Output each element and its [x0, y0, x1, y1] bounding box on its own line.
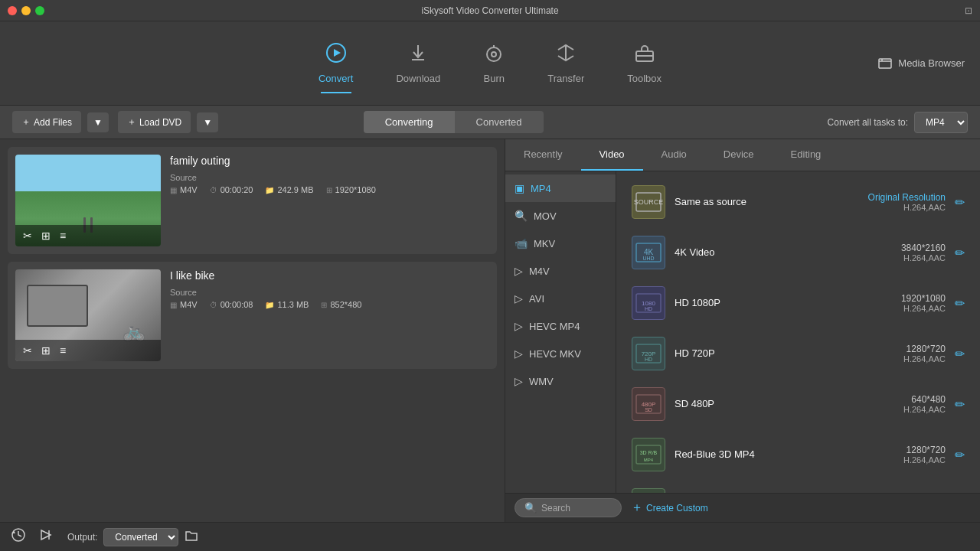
- load-dvd-button[interactable]: ＋ Load DVD: [118, 111, 191, 133]
- format-options: SOURCE Same as source Original Resolutio…: [616, 171, 980, 493]
- 480p-right: 640*480 H.264,AAC: [903, 394, 946, 414]
- format-mov[interactable]: 🔍 MOV: [505, 202, 616, 230]
- 4k-option-icon: 4K UHD: [632, 236, 665, 269]
- plus-create-icon: ＋: [631, 500, 643, 516]
- crop-button-2[interactable]: ⊞: [40, 343, 52, 358]
- add-files-button[interactable]: ＋ Add Files: [12, 111, 81, 133]
- search-input[interactable]: [541, 503, 618, 514]
- add-files-label: Add Files: [34, 117, 72, 128]
- 720p-option-icon: 720P HD: [632, 337, 665, 370]
- tab-converting[interactable]: Converting: [364, 111, 455, 133]
- format-hevc-mkv[interactable]: ▷ HEVC MKV: [505, 340, 616, 367]
- maximize-button[interactable]: [35, 6, 44, 15]
- tab-audio[interactable]: Audio: [643, 139, 705, 171]
- nav-item-burn[interactable]: Burn: [462, 34, 526, 92]
- create-custom-button[interactable]: ＋ Create Custom: [631, 500, 708, 516]
- media-browser-button[interactable]: Media Browser: [878, 57, 965, 70]
- effects-button[interactable]: ≡: [58, 228, 67, 243]
- option-480p[interactable]: 480P SD SD 480P 640*480 H.264,AAC ✏: [622, 380, 974, 429]
- option-lr-3d[interactable]: 3D L/R MP4 Left-Right 3D MP4 980*551 H.…: [622, 481, 974, 493]
- format-mkv[interactable]: 📹 MKV: [505, 230, 616, 257]
- tab-video[interactable]: Video: [581, 139, 643, 171]
- same-source-right: Original Resolution H.264,AAC: [868, 192, 946, 212]
- history-button[interactable]: [9, 526, 28, 548]
- add-files-dropdown[interactable]: ▼: [87, 112, 109, 132]
- 720p-codec: H.264,AAC: [903, 354, 946, 364]
- rb3d-option-icon: 3D R/B MP4: [632, 438, 665, 471]
- nav-item-download[interactable]: Download: [374, 34, 462, 92]
- edit-icon-4k[interactable]: ✏: [955, 246, 965, 260]
- format-mp4[interactable]: ▣ MP4: [505, 174, 616, 202]
- toolbox-label: Toolbox: [627, 73, 662, 84]
- mp4-label: MP4: [531, 183, 551, 194]
- wmv-label: WMV: [529, 376, 554, 387]
- crop-button[interactable]: ⊞: [40, 228, 52, 243]
- option-4k[interactable]: 4K UHD 4K Video 3840*2160 H.264,AAC ✏: [622, 228, 974, 277]
- output-select[interactable]: Converted Custom: [103, 528, 178, 546]
- format-hevc-mp4[interactable]: ▷ HEVC MP4: [505, 312, 616, 340]
- option-720p[interactable]: 720P HD HD 720P 980*551 H.264,AAC ✏: [622, 329, 974, 378]
- 1080p-option-icon: 1080 HD: [632, 286, 665, 320]
- edit-icon[interactable]: ✏: [955, 195, 965, 210]
- 480p-name: SD 480P: [675, 398, 894, 409]
- format-wmv[interactable]: ▷ WMV: [505, 367, 616, 395]
- effects-button-2[interactable]: ≡: [58, 343, 67, 358]
- svg-text:3D R/B: 3D R/B: [640, 450, 658, 455]
- m4v-label: M4V: [529, 266, 550, 277]
- svg-text:MP4: MP4: [644, 458, 654, 462]
- file-res: 1920*1080: [335, 185, 376, 194]
- 4k-name: 4K Video: [675, 246, 892, 258]
- format-panel-bottom: 🔍 ＋ Create Custom: [505, 493, 980, 522]
- nav-item-transfer[interactable]: Transfer: [526, 34, 606, 92]
- option-same-as-source[interactable]: SOURCE Same as source Original Resolutio…: [622, 178, 974, 227]
- tab-recently[interactable]: Recently: [505, 139, 581, 171]
- convert-all-section: Convert all tasks to: MP4 MOV MKV AVI: [828, 112, 968, 133]
- edit-icon-720p[interactable]: ✏: [955, 347, 965, 361]
- format-avi[interactable]: ▷ AVI: [505, 285, 616, 312]
- 480p-res: 640*480: [903, 394, 946, 405]
- nav-item-convert[interactable]: Convert: [297, 34, 375, 92]
- transfer-icon: [555, 42, 577, 68]
- load-dvd-dropdown[interactable]: ▼: [197, 112, 218, 132]
- output-folder-button[interactable]: [185, 528, 198, 546]
- rb3d-codec: H.264,AAC: [903, 455, 946, 465]
- burn-icon: [483, 42, 505, 68]
- edit-icon-rb3d[interactable]: ✏: [955, 448, 965, 462]
- svg-text:HD: HD: [645, 306, 652, 311]
- option-rb-3d[interactable]: 3D R/B MP4 Red-Blue 3D MP4 980*551 H.26…: [622, 430, 974, 479]
- source-option-icon: SOURCE: [632, 185, 665, 219]
- plus-icon: ＋: [21, 116, 31, 129]
- speed-button[interactable]: [37, 526, 55, 548]
- option-1080p[interactable]: 1080 HD HD 1080P 1920*1080 H.264,AAC ✏: [622, 279, 974, 328]
- edit-icon-1080p[interactable]: ✏: [955, 296, 965, 311]
- 480p-info: SD 480P: [675, 398, 894, 411]
- m4v-icon: ▷: [514, 265, 523, 277]
- hevc-mkv-label: HEVC MKV: [529, 348, 581, 360]
- file-thumbnail: ✂ ⊞ ≡: [15, 155, 161, 246]
- mov-icon: 🔍: [514, 210, 528, 222]
- search-icon: 🔍: [524, 502, 537, 514]
- edit-icon-480p[interactable]: ✏: [955, 397, 965, 412]
- file-size-2: 11.3 MB: [277, 300, 309, 309]
- 720p-res: 980*551: [903, 344, 946, 354]
- 4k-codec: H.264,AAC: [901, 253, 946, 262]
- tab-device[interactable]: Device: [705, 139, 773, 171]
- tab-converted[interactable]: Converted: [455, 111, 544, 133]
- main-content: ✂ ⊞ ≡ family outing Source ▦ M4V ⏱ 00:00…: [0, 139, 980, 522]
- 1080p-codec: H.264,AAC: [901, 304, 946, 313]
- download-label: Download: [396, 73, 440, 84]
- search-box[interactable]: 🔍: [514, 498, 622, 517]
- bottom-bar: Output: Converted Custom: [0, 522, 980, 551]
- format-select[interactable]: MP4 MOV MKV AVI: [914, 112, 968, 133]
- trim-button[interactable]: ✂: [21, 228, 34, 243]
- svg-point-4: [487, 47, 501, 61]
- format-m4v[interactable]: ▷ M4V: [505, 257, 616, 285]
- nav-item-toolbox[interactable]: Toolbox: [606, 34, 683, 92]
- close-button[interactable]: [8, 6, 17, 15]
- tab-editing[interactable]: Editing: [773, 139, 840, 171]
- trim-button-2[interactable]: ✂: [21, 343, 34, 358]
- convert-tabs: Converting Converted: [364, 111, 544, 133]
- minimize-button[interactable]: [21, 6, 31, 15]
- create-custom-label: Create Custom: [646, 503, 708, 514]
- size-meta-2: 📁 11.3 MB: [265, 300, 309, 309]
